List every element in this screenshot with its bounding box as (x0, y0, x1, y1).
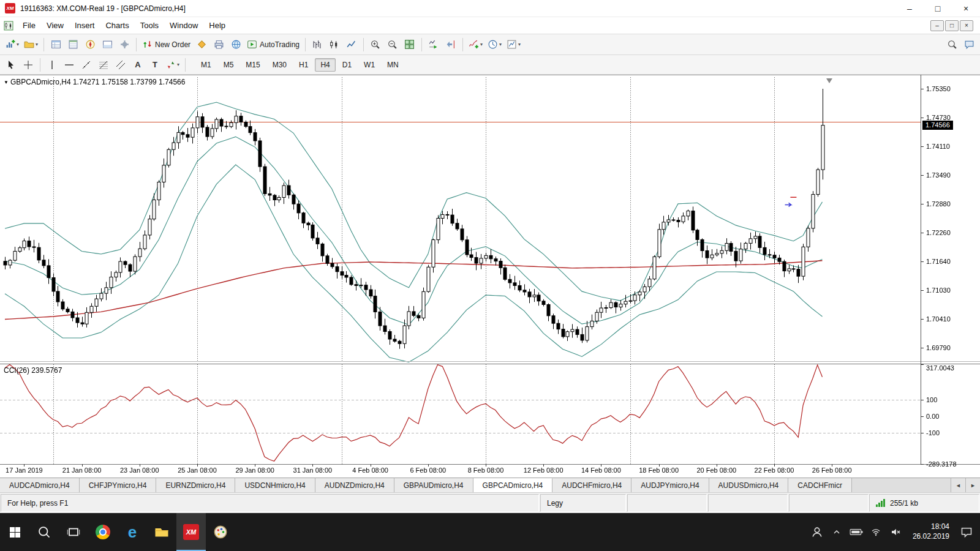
restore-button[interactable]: □ (924, 0, 952, 17)
price-axis-tick: 1.72260 (926, 229, 951, 236)
tray-overflow-button[interactable] (827, 513, 846, 551)
news-globe-button[interactable] (228, 37, 244, 53)
timeframe-button-w1[interactable]: W1 (358, 58, 380, 72)
timeframe-button-d1[interactable]: D1 (337, 58, 357, 72)
toolbar-separator (136, 38, 137, 51)
terminal-button[interactable] (99, 37, 115, 53)
vertical-line-tool-button[interactable] (44, 57, 60, 73)
auto-scroll-button[interactable] (426, 37, 442, 53)
chart-window-icon (4, 21, 13, 31)
bar-chart-mode-button[interactable] (309, 37, 325, 53)
horizontal-line-tool-button[interactable] (61, 57, 77, 73)
chart-tab-audjpymicro[interactable]: AUDJPYmicro,H4 (631, 478, 709, 492)
action-center-button[interactable] (957, 513, 976, 551)
battery-button[interactable] (846, 513, 866, 551)
taskbar-clock[interactable]: 18:04 26.02.2019 (905, 522, 957, 541)
people-button[interactable] (807, 513, 827, 551)
chart-tab-gbpaudmicro[interactable]: GBPAUDmicro,H4 (394, 478, 473, 492)
time-axis-label: 20 Feb 08:00 (696, 467, 736, 474)
chart-tab-audcadmicro[interactable]: AUDCADmicro,H4 (0, 478, 80, 492)
time-axis-label: 31 Jan 08:00 (293, 467, 333, 474)
menu-item-file[interactable]: File (17, 18, 41, 33)
text-tool-button[interactable]: A (130, 57, 146, 73)
taskbar-edge-button[interactable]: e (118, 513, 147, 551)
status-cell-empty (627, 494, 707, 512)
tab-scroll-right-button[interactable]: ► (965, 478, 980, 492)
arrows-tool-button[interactable]: ▾ (164, 57, 181, 73)
windows-taskbar: e XM 18:04 26.02.20 (0, 513, 980, 551)
chart-tabs-bar: AUDCADmicro,H4CHFJPYmicro,H4EURNZDmicro,… (0, 478, 980, 492)
new-order-button[interactable]: New Order (140, 37, 192, 53)
navigator-button[interactable] (82, 37, 98, 53)
chevron-down-icon: ▾ (518, 42, 521, 47)
menu-item-tools[interactable]: Tools (135, 18, 164, 33)
chart-tab-audusdmicro[interactable]: AUDUSDmicro,H4 (709, 478, 789, 492)
chart-tab-usdcnhmicro[interactable]: USDCNHmicro,H4 (235, 478, 315, 492)
start-button[interactable] (0, 513, 29, 551)
chart-tab-chfjpymicro[interactable]: CHFJPYmicro,H4 (80, 478, 157, 492)
taskbar-search-button[interactable] (29, 513, 59, 551)
chart-tab-audnzdmicro[interactable]: AUDNZDmicro,H4 (315, 478, 394, 492)
action-center-icon (960, 526, 973, 538)
task-view-button[interactable] (59, 513, 88, 551)
taskbar-paint-button[interactable] (206, 513, 235, 551)
status-bar: For Help, press F1 Legy 255/1 kb (0, 492, 980, 513)
line-chart-mode-button[interactable] (344, 37, 360, 53)
autotrading-button[interactable]: AutoTrading (245, 37, 301, 53)
market-watch-button[interactable] (48, 37, 64, 53)
price-axis-tick: 1.69790 (926, 344, 951, 351)
zoom-out-button[interactable] (385, 37, 401, 53)
xm-app-icon: XM (183, 524, 199, 540)
timeframe-button-m15[interactable]: M15 (240, 58, 265, 72)
mdi-close-button[interactable]: × (960, 20, 973, 31)
metaeditor-button[interactable] (194, 37, 209, 53)
chart-tab-audchfmicro[interactable]: AUDCHFmicro,H4 (552, 478, 631, 492)
print-button[interactable] (211, 37, 227, 53)
chart-tab-gbpcadmicro[interactable]: GBPCADmicro,H4 (473, 478, 553, 492)
tile-windows-button[interactable] (402, 37, 418, 53)
timeframe-button-mn[interactable]: MN (382, 58, 404, 72)
chart-tab-eurnzdmicro[interactable]: EURNZDmicro,H4 (156, 478, 235, 492)
search-button[interactable] (944, 37, 960, 53)
menu-item-help[interactable]: Help (203, 18, 231, 33)
network-button[interactable] (866, 513, 886, 551)
profiles-button[interactable]: ▾ (22, 37, 40, 53)
timeframe-button-m5[interactable]: M5 (218, 58, 239, 72)
close-button[interactable]: × (952, 0, 980, 17)
new-chart-button[interactable]: ▾ (3, 37, 21, 53)
mdi-restore-button[interactable]: □ (945, 20, 959, 31)
minimize-button[interactable]: – (895, 0, 924, 17)
menu-item-view[interactable]: View (41, 18, 69, 33)
chart-canvas[interactable] (0, 75, 980, 478)
community-button[interactable] (961, 37, 977, 53)
channel-tool-button[interactable] (113, 57, 129, 73)
chart-shift-button[interactable] (443, 37, 459, 53)
timeframe-button-h4[interactable]: H4 (315, 58, 335, 72)
timeframe-button-m1[interactable]: M1 (195, 58, 217, 72)
menu-item-charts[interactable]: Charts (100, 18, 134, 33)
fibonacci-tool-button[interactable] (96, 57, 111, 73)
tab-scroll-left-button[interactable]: ◄ (951, 478, 965, 492)
indicators-button[interactable]: ▾ (467, 37, 484, 53)
periods-button[interactable]: ▾ (486, 37, 503, 53)
strategy-tester-button[interactable] (116, 37, 132, 53)
text-label-tool-button[interactable]: T (147, 57, 163, 73)
timeframe-button-h1[interactable]: H1 (293, 58, 314, 72)
cursor-tool-button[interactable] (3, 57, 19, 73)
taskbar-explorer-button[interactable] (147, 513, 176, 551)
templates-button[interactable]: ▾ (505, 37, 522, 53)
trendline-tool-button[interactable] (78, 57, 94, 73)
crosshair-tool-button[interactable] (20, 57, 36, 73)
zoom-in-button[interactable] (368, 37, 383, 53)
menu-item-insert[interactable]: Insert (69, 18, 100, 33)
chart-tab-cadchfmicr[interactable]: CADCHFmicr (788, 478, 852, 492)
mdi-minimize-button[interactable]: – (930, 20, 944, 31)
data-window-button[interactable] (65, 37, 81, 53)
menu-item-window[interactable]: Window (164, 18, 203, 33)
timeframe-button-m30[interactable]: M30 (267, 58, 292, 72)
drawing-toolbar: A T ▾ M1M5M15M30H1H4D1W1MN (0, 55, 980, 75)
candlestick-mode-button[interactable] (326, 37, 342, 53)
taskbar-xm-button[interactable]: XM (176, 513, 206, 551)
taskbar-chrome-button[interactable] (88, 513, 118, 551)
volume-button[interactable] (886, 513, 905, 551)
